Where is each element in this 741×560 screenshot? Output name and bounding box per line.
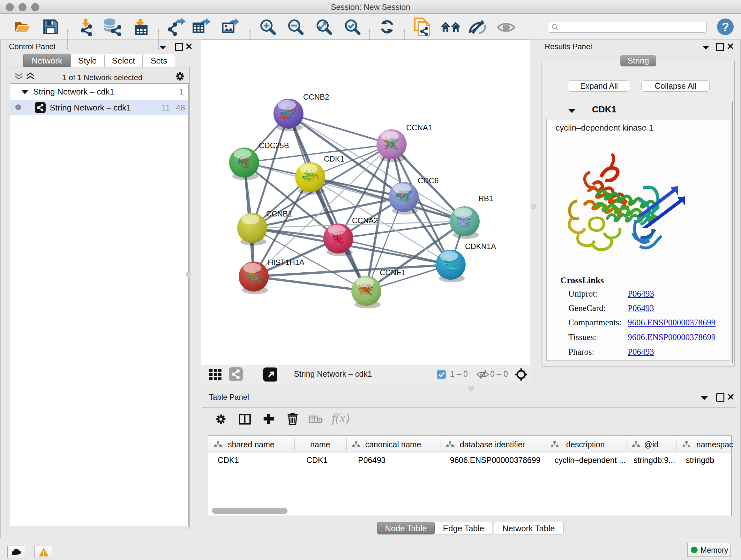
svg-text:CCNB1: CCNB1 [266, 209, 292, 218]
svg-text:CDC6: CDC6 [418, 176, 439, 185]
svg-text:RB1: RB1 [478, 194, 493, 203]
svg-text:HIST1H1A: HIST1H1A [268, 258, 305, 266]
svg-text:CCNE1: CCNE1 [380, 268, 406, 277]
svg-text:CDK1: CDK1 [324, 154, 344, 163]
svg-text:CCNA2: CCNA2 [352, 216, 378, 225]
svg-text:CCNB2: CCNB2 [303, 92, 329, 101]
svg-text:CDC25B: CDC25B [259, 141, 289, 150]
svg-text:CCNA1: CCNA1 [406, 123, 432, 132]
svg-text:?: ? [722, 20, 729, 34]
svg-text:CDKN1A: CDKN1A [465, 242, 496, 251]
